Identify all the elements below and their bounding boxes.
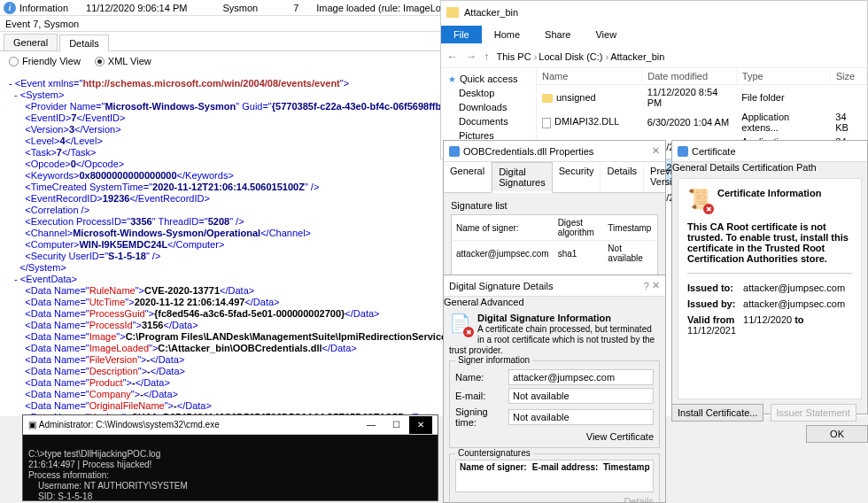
sigdet-title: Digital Signature Details: [449, 281, 553, 291]
event-level: Information: [19, 3, 68, 13]
signing-time: Not available: [508, 409, 654, 425]
breadcrumb[interactable]: This PC Local Disk (C:) Attacker_bin: [497, 51, 863, 62]
tab-digital-signatures[interactable]: Digital Signatures: [492, 162, 553, 193]
col-size[interactable]: Size: [830, 68, 866, 85]
explorer-titlebar[interactable]: Attacker_bin: [441, 1, 867, 24]
folder-icon: [542, 94, 553, 103]
sigdet-message: A certificate chain processed, but termi…: [449, 324, 655, 355]
sigdet-heading: Digital Signature Information: [477, 313, 611, 323]
sigdet-titlebar[interactable]: Digital Signature Details ? ✕: [444, 275, 665, 297]
col-name[interactable]: Name: [537, 68, 642, 85]
cert-message: This CA Root certificate is not trusted.…: [687, 221, 849, 264]
tab-certpath[interactable]: Certification Path: [742, 162, 817, 173]
cert-heading: Certificate Information: [717, 188, 821, 198]
cert-buttons: Install Certificate... Issuer Statement …: [671, 407, 868, 439]
signature-details-dialog[interactable]: Digital Signature Details ? ✕ General Ad…: [443, 275, 666, 503]
certificate-untrusted-icon: [687, 188, 712, 214]
view-certificate-button[interactable]: View Certificate: [586, 431, 654, 442]
help-icon[interactable]: ?: [644, 281, 649, 291]
nav-quick-access[interactable]: ★Quick access: [441, 72, 536, 86]
tab-details[interactable]: Details: [59, 35, 109, 51]
file-row[interactable]: unsigned11/12/2020 8:54 PMFile folder: [537, 85, 867, 111]
signer-name: attacker@jumpsec.com: [508, 369, 654, 385]
nav-downloads[interactable]: Downloads: [441, 100, 536, 114]
certificate-icon: [678, 146, 688, 157]
explorer-window[interactable]: Attacker_bin File Home Share View ← → ↑ …: [440, 0, 868, 159]
file-row[interactable]: DMIAPI32.DLL6/30/2020 1:04 AMApplication…: [537, 110, 867, 135]
cmd-window[interactable]: ▣ Administrator: C:\Windows\system32\cmd…: [22, 414, 438, 501]
tab-security[interactable]: Security: [553, 162, 601, 192]
maximize-button[interactable]: ☐: [384, 416, 407, 434]
dll-icon: [542, 118, 551, 128]
nav-forward-icon[interactable]: →: [465, 50, 477, 63]
properties-tabs: General Digital Signatures Security Deta…: [444, 162, 665, 193]
event-id: 7: [275, 3, 316, 13]
event-date: 11/12/2020 9:06:14 PM: [68, 3, 205, 13]
folder-icon: [446, 7, 459, 18]
issuer-statement-button: Issuer Statement: [771, 404, 856, 422]
close-button[interactable]: ✕: [409, 416, 432, 434]
signature-list-label: Signature list: [451, 200, 658, 211]
cmd-body: C:\>type test\DllHijackingPOC.log 21:6:1…: [23, 435, 438, 503]
ribbon-file[interactable]: File: [441, 26, 482, 43]
issued-to: attacker@jumpsec.com: [743, 282, 845, 293]
window-controls: — ☐ ✕: [360, 416, 432, 434]
nav-back-icon[interactable]: ←: [446, 50, 458, 63]
certificate-error-icon: [449, 313, 472, 336]
nav-up-icon[interactable]: ↑: [484, 50, 490, 63]
col-modified[interactable]: Date modified: [642, 68, 737, 85]
tab-general[interactable]: General: [444, 297, 478, 307]
tab-general[interactable]: General: [444, 162, 492, 192]
ribbon-home[interactable]: Home: [482, 26, 532, 43]
ok-button[interactable]: OK: [806, 425, 868, 443]
certificate-dialog[interactable]: Certificate General Details Certificatio…: [671, 140, 868, 414]
nav-desktop[interactable]: Desktop: [441, 86, 536, 100]
cmd-title: Administrator: C:\Windows\system32\cmd.e…: [39, 420, 220, 429]
close-icon[interactable]: ✕: [652, 145, 660, 157]
cert-title: Certificate: [692, 146, 736, 157]
event-task: Image loaded (rule: ImageLoad): [316, 3, 455, 13]
radio-xml[interactable]: XML View: [95, 56, 151, 66]
tab-general[interactable]: General: [4, 34, 58, 50]
issued-by: attacker@jumpsec.com: [743, 298, 845, 309]
tab-advanced[interactable]: Advanced: [481, 297, 524, 307]
signer-info-group: Signer information Name:attacker@jumpsec…: [449, 360, 660, 448]
close-icon[interactable]: ✕: [652, 280, 660, 291]
properties-titlebar[interactable]: OOBCredentials.dll Properties ✕: [444, 141, 665, 162]
cmd-titlebar[interactable]: ▣ Administrator: C:\Windows\system32\cmd…: [23, 415, 438, 435]
countersignatures-group: Countersignatures Name of signer:E-mail …: [449, 453, 660, 503]
ribbon-share[interactable]: Share: [532, 26, 583, 43]
star-icon: ★: [448, 74, 456, 84]
signature-row[interactable]: attacker@jumpsec.comsha1Not available: [452, 241, 658, 267]
minimize-button[interactable]: —: [360, 416, 383, 434]
ribbon-view[interactable]: View: [583, 26, 629, 43]
nav-documents[interactable]: Documents: [441, 114, 536, 128]
countersig-table[interactable]: Name of signer:E-mail address:Timestamp: [455, 460, 654, 492]
info-icon: i: [4, 2, 16, 14]
event-source: Sysmon: [205, 3, 275, 13]
cert-titlebar[interactable]: Certificate: [672, 141, 867, 162]
properties-title: OOBCredentials.dll Properties: [463, 146, 593, 157]
tab-general[interactable]: General: [672, 162, 707, 173]
shield-icon: [449, 146, 460, 157]
radio-friendly[interactable]: Friendly View: [9, 56, 81, 66]
cmd-icon: ▣: [28, 420, 36, 429]
col-type[interactable]: Type: [736, 68, 830, 85]
tab-details[interactable]: Details: [709, 162, 740, 173]
explorer-ribbon: File Home Share View: [441, 24, 867, 45]
countersig-details-button: Details: [624, 496, 654, 503]
install-certificate-button[interactable]: Install Certificate...: [671, 404, 763, 422]
explorer-title: Attacker_bin: [464, 7, 518, 18]
explorer-addressbar: ← → ↑ This PC Local Disk (C:) Attacker_b…: [441, 45, 867, 68]
signer-email: Not available: [508, 388, 654, 404]
tab-details[interactable]: Details: [601, 162, 644, 192]
